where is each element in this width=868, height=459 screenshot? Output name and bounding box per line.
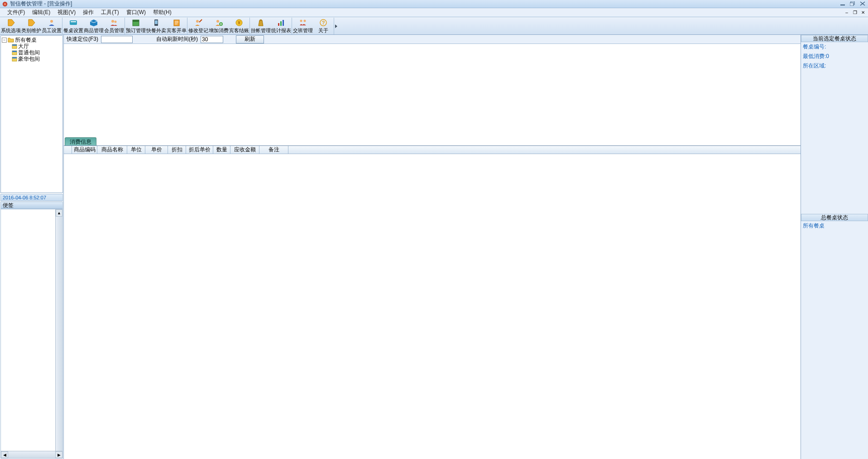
close-button[interactable] xyxy=(859,0,866,7)
menu-edit[interactable]: 编辑(E) xyxy=(29,8,54,17)
app-icon xyxy=(2,1,8,7)
left-panel: − 所有餐桌 大厅 普通包间 豪华包间 2016-04-06 8:52 xyxy=(0,35,64,459)
scroll-up-icon[interactable]: ▲ xyxy=(56,209,62,217)
notes-vertical-scrollbar[interactable]: ▲ xyxy=(55,209,62,451)
notes-header: 便签 xyxy=(0,202,63,209)
quick-locate-input[interactable] xyxy=(101,36,133,43)
tb-add-consume[interactable]: 增加消费 xyxy=(208,18,229,34)
tb-fast-takeout[interactable]: 快餐外卖 xyxy=(146,18,166,34)
svg-point-15 xyxy=(196,20,199,23)
col-remark[interactable]: 备注 xyxy=(259,146,288,154)
svg-point-9 xyxy=(114,21,116,23)
menu-operate[interactable]: 操作 xyxy=(79,8,97,17)
table-number-field: 餐桌编号: xyxy=(801,42,868,52)
order-icon xyxy=(172,19,181,27)
grid-body[interactable] xyxy=(64,154,801,459)
tb-stat-report[interactable]: 统计报表 xyxy=(271,18,291,34)
tb-modify-registration[interactable]: 修改登记 xyxy=(188,18,208,34)
total-status-header: 总餐桌状态 xyxy=(801,214,868,221)
svg-rect-2 xyxy=(840,5,845,5)
min-consume-field: 最低消费:0 xyxy=(801,52,868,61)
restore-button[interactable] xyxy=(849,0,856,7)
table-display-area[interactable] xyxy=(64,44,801,138)
tree-root[interactable]: − 所有餐桌 xyxy=(2,37,62,43)
help-icon: ? xyxy=(319,19,328,27)
tb-member-mgmt[interactable]: 会员管理 xyxy=(104,18,124,34)
tb-tab-mgmt[interactable]: 挂帐管理 xyxy=(250,18,271,34)
quick-locate-label: 快速定位(F3) xyxy=(67,35,98,43)
tb-staff-settings[interactable]: 员工设置 xyxy=(41,18,62,34)
notes-horizontal-scrollbar[interactable]: ◀ ▶ xyxy=(1,451,62,458)
table-icon xyxy=(69,19,78,27)
all-tables-label: 所有餐桌 xyxy=(801,221,868,231)
notes-area[interactable]: ▲ ◀ ▶ xyxy=(0,209,63,459)
tb-guest-order[interactable]: 宾客开单 xyxy=(166,18,187,34)
svg-point-23 xyxy=(300,20,302,22)
window-controls xyxy=(839,0,866,7)
col-product-code[interactable]: 商品编码 xyxy=(72,146,97,154)
collapse-icon[interactable]: − xyxy=(2,38,7,43)
col-discount[interactable]: 折扣 xyxy=(168,146,186,154)
menu-window[interactable]: 窗口(W) xyxy=(123,8,149,17)
mdi-minimize-button[interactable]: – xyxy=(844,9,850,15)
svg-rect-11 xyxy=(133,20,139,22)
svg-rect-6 xyxy=(70,20,77,25)
tb-guest-checkout[interactable]: ¥ 宾客结账 xyxy=(229,18,249,34)
col-receivable[interactable]: 应收金额 xyxy=(230,146,259,154)
menu-file[interactable]: 文件(F) xyxy=(4,8,29,17)
svg-rect-21 xyxy=(280,21,282,26)
svg-text:?: ? xyxy=(321,20,325,25)
svg-rect-20 xyxy=(278,23,279,26)
auto-refresh-input[interactable] xyxy=(201,36,223,43)
folder-icon xyxy=(8,37,14,43)
grid-row-selector-header[interactable] xyxy=(64,146,72,154)
center-panel: 快速定位(F3) 自动刷新时间(秒) 刷新 消费信息 商品编码 商品名称 单位 … xyxy=(64,35,801,459)
selected-status-header: 当前选定餐桌状态 xyxy=(801,35,868,42)
datetime-display: 2016-04-06 8:52:07 xyxy=(0,194,63,201)
col-price[interactable]: 单价 xyxy=(145,146,168,154)
person-edit-icon xyxy=(194,19,203,27)
scroll-right-icon[interactable]: ▶ xyxy=(55,451,62,458)
coin-icon: ¥ xyxy=(235,19,244,27)
tb-reserve-mgmt[interactable]: 预订管理 xyxy=(125,18,146,34)
svg-rect-7 xyxy=(71,21,76,22)
tb-category-maintain[interactable]: 类别维护 xyxy=(21,18,41,34)
window-title: 智信餐饮管理 - [营业操作] xyxy=(10,0,72,8)
box-icon xyxy=(89,19,98,27)
workspace: − 所有餐桌 大厅 普通包间 豪华包间 2016-04-06 8:52 xyxy=(0,35,868,459)
svg-point-16 xyxy=(216,20,219,23)
tb-shift-mgmt[interactable]: 交班管理 xyxy=(293,18,313,34)
svg-rect-32 xyxy=(12,57,17,58)
table-tree[interactable]: − 所有餐桌 大厅 普通包间 豪华包间 xyxy=(0,35,63,193)
minimize-button[interactable] xyxy=(839,0,846,7)
tb-table-settings[interactable]: 餐桌设置 xyxy=(63,18,83,34)
scroll-left-icon[interactable]: ◀ xyxy=(1,451,8,458)
col-unit[interactable]: 单位 xyxy=(127,146,145,154)
col-discounted-price[interactable]: 折后单价 xyxy=(186,146,213,154)
tb-about[interactable]: ? 关于 xyxy=(313,18,333,34)
svg-point-1 xyxy=(4,3,6,5)
svg-rect-22 xyxy=(283,20,284,26)
tab-consume-info[interactable]: 消费信息 xyxy=(65,137,96,145)
menu-help[interactable]: 帮助(H) xyxy=(149,8,175,17)
tb-goods-mgmt[interactable]: 商品管理 xyxy=(83,18,104,34)
refresh-button[interactable]: 刷新 xyxy=(236,35,264,43)
menu-tool[interactable]: 工具(T) xyxy=(97,8,122,17)
leaf-icon xyxy=(12,50,17,55)
moneybag-icon xyxy=(256,19,265,27)
col-qty[interactable]: 数量 xyxy=(213,146,230,154)
add-money-icon xyxy=(214,19,223,27)
mdi-controls: – ❐ ✕ xyxy=(844,9,866,15)
mdi-close-button[interactable]: ✕ xyxy=(860,9,866,15)
col-product-name[interactable]: 商品名称 xyxy=(97,146,127,154)
menu-view[interactable]: 视图(V) xyxy=(54,8,79,17)
svg-rect-28 xyxy=(12,44,17,46)
tb-system-options[interactable]: 系统选项 xyxy=(0,18,21,34)
chart-icon xyxy=(277,19,286,27)
tree-item-luxury-room[interactable]: 豪华包间 xyxy=(12,56,62,62)
auto-refresh-label: 自动刷新时间(秒) xyxy=(156,35,198,43)
mdi-restore-button[interactable]: ❐ xyxy=(852,9,858,15)
handshake-icon xyxy=(298,19,307,27)
people-icon xyxy=(110,19,119,27)
svg-rect-4 xyxy=(850,3,854,6)
